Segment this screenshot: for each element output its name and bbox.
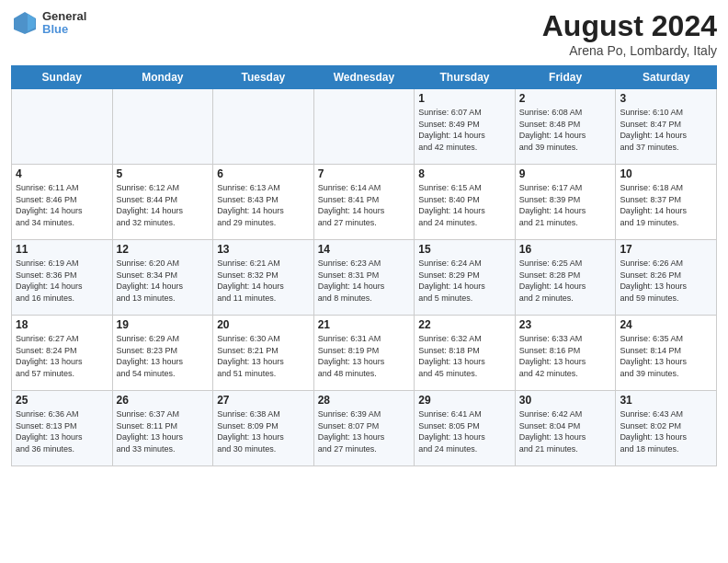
calendar-cell: 7Sunrise: 6:14 AMSunset: 8:41 PMDaylight…	[313, 165, 415, 240]
day-info: Sunrise: 6:12 AMSunset: 8:44 PMDaylight:…	[117, 182, 210, 228]
day-number: 11	[16, 243, 108, 256]
calendar-cell: 27Sunrise: 6:38 AMSunset: 8:09 PMDayligh…	[213, 391, 314, 466]
calendar-cell: 25Sunrise: 6:36 AMSunset: 8:13 PMDayligh…	[12, 391, 113, 466]
day-info: Sunrise: 6:43 AMSunset: 8:02 PMDaylight:…	[620, 408, 712, 454]
calendar-cell: 13Sunrise: 6:21 AMSunset: 8:32 PMDayligh…	[213, 240, 314, 316]
day-number: 29	[418, 394, 511, 407]
weekday-header-tuesday: Tuesday	[213, 66, 314, 89]
day-number: 19	[117, 318, 210, 331]
header: General Blue August 2024 Arena Po, Lomba…	[11, 9, 717, 58]
calendar-cell: 1Sunrise: 6:07 AMSunset: 8:49 PMDaylight…	[415, 89, 516, 165]
day-info: Sunrise: 6:41 AMSunset: 8:05 PMDaylight:…	[418, 408, 511, 454]
day-info: Sunrise: 6:32 AMSunset: 8:18 PMDaylight:…	[418, 333, 511, 379]
calendar-cell: 2Sunrise: 6:08 AMSunset: 8:48 PMDaylight…	[515, 89, 616, 165]
calendar-table: SundayMondayTuesdayWednesdayThursdayFrid…	[11, 65, 717, 466]
day-number: 26	[117, 394, 210, 407]
calendar-cell: 31Sunrise: 6:43 AMSunset: 8:02 PMDayligh…	[616, 391, 717, 466]
day-number: 6	[217, 167, 310, 180]
logo: General Blue	[11, 9, 86, 37]
day-number: 9	[519, 167, 612, 180]
day-info: Sunrise: 6:38 AMSunset: 8:09 PMDaylight:…	[217, 408, 310, 454]
calendar-cell: 24Sunrise: 6:35 AMSunset: 8:14 PMDayligh…	[616, 316, 717, 391]
weekday-header-monday: Monday	[112, 66, 213, 89]
day-number: 21	[318, 318, 411, 331]
calendar-cell: 6Sunrise: 6:13 AMSunset: 8:43 PMDaylight…	[213, 165, 314, 240]
calendar-cell: 18Sunrise: 6:27 AMSunset: 8:24 PMDayligh…	[12, 316, 113, 391]
day-info: Sunrise: 6:24 AMSunset: 8:29 PMDaylight:…	[418, 258, 511, 304]
day-number: 23	[519, 318, 612, 331]
week-row-3: 11Sunrise: 6:19 AMSunset: 8:36 PMDayligh…	[12, 240, 717, 316]
day-info: Sunrise: 6:33 AMSunset: 8:16 PMDaylight:…	[519, 333, 612, 379]
calendar-cell: 29Sunrise: 6:41 AMSunset: 8:05 PMDayligh…	[415, 391, 516, 466]
day-number: 4	[16, 167, 108, 180]
calendar-cell	[112, 89, 213, 165]
day-number: 7	[318, 167, 411, 180]
calendar-cell: 20Sunrise: 6:30 AMSunset: 8:21 PMDayligh…	[213, 316, 314, 391]
day-info: Sunrise: 6:11 AMSunset: 8:46 PMDaylight:…	[16, 182, 108, 228]
day-info: Sunrise: 6:19 AMSunset: 8:36 PMDaylight:…	[16, 258, 108, 304]
calendar-title: August 2024	[542, 9, 717, 43]
day-info: Sunrise: 6:26 AMSunset: 8:26 PMDaylight:…	[620, 258, 712, 304]
day-number: 27	[217, 394, 310, 407]
day-info: Sunrise: 6:15 AMSunset: 8:40 PMDaylight:…	[418, 182, 511, 228]
calendar-cell: 9Sunrise: 6:17 AMSunset: 8:39 PMDaylight…	[515, 165, 616, 240]
calendar-cell: 12Sunrise: 6:20 AMSunset: 8:34 PMDayligh…	[112, 240, 213, 316]
calendar-cell: 5Sunrise: 6:12 AMSunset: 8:44 PMDaylight…	[112, 165, 213, 240]
calendar-cell: 17Sunrise: 6:26 AMSunset: 8:26 PMDayligh…	[616, 240, 717, 316]
calendar-cell: 3Sunrise: 6:10 AMSunset: 8:47 PMDaylight…	[616, 89, 717, 165]
calendar-cell: 19Sunrise: 6:29 AMSunset: 8:23 PMDayligh…	[112, 316, 213, 391]
day-info: Sunrise: 6:30 AMSunset: 8:21 PMDaylight:…	[217, 333, 310, 379]
day-info: Sunrise: 6:13 AMSunset: 8:43 PMDaylight:…	[217, 182, 310, 228]
calendar-cell: 16Sunrise: 6:25 AMSunset: 8:28 PMDayligh…	[515, 240, 616, 316]
day-number: 18	[16, 318, 108, 331]
day-number: 31	[620, 394, 712, 407]
logo-line1: General	[42, 10, 86, 23]
calendar-cell: 22Sunrise: 6:32 AMSunset: 8:18 PMDayligh…	[415, 316, 516, 391]
day-number: 5	[117, 167, 210, 180]
day-info: Sunrise: 6:23 AMSunset: 8:31 PMDaylight:…	[318, 258, 411, 304]
calendar-cell: 10Sunrise: 6:18 AMSunset: 8:37 PMDayligh…	[616, 165, 717, 240]
day-info: Sunrise: 6:08 AMSunset: 8:48 PMDaylight:…	[519, 107, 612, 153]
calendar-cell: 28Sunrise: 6:39 AMSunset: 8:07 PMDayligh…	[313, 391, 415, 466]
day-info: Sunrise: 6:20 AMSunset: 8:34 PMDaylight:…	[117, 258, 210, 304]
day-info: Sunrise: 6:35 AMSunset: 8:14 PMDaylight:…	[620, 333, 712, 379]
day-number: 16	[519, 243, 612, 256]
day-info: Sunrise: 6:29 AMSunset: 8:23 PMDaylight:…	[117, 333, 210, 379]
calendar-cell: 15Sunrise: 6:24 AMSunset: 8:29 PMDayligh…	[415, 240, 516, 316]
calendar-cell: 8Sunrise: 6:15 AMSunset: 8:40 PMDaylight…	[415, 165, 516, 240]
logo-icon	[11, 9, 39, 37]
week-row-2: 4Sunrise: 6:11 AMSunset: 8:46 PMDaylight…	[12, 165, 717, 240]
day-info: Sunrise: 6:18 AMSunset: 8:37 PMDaylight:…	[620, 182, 712, 228]
day-number: 22	[418, 318, 511, 331]
logo-text: General Blue	[42, 10, 86, 37]
day-number: 28	[318, 394, 411, 407]
day-info: Sunrise: 6:27 AMSunset: 8:24 PMDaylight:…	[16, 333, 108, 379]
day-number: 2	[519, 92, 612, 105]
day-number: 12	[117, 243, 210, 256]
week-row-1: 1Sunrise: 6:07 AMSunset: 8:49 PMDaylight…	[12, 89, 717, 165]
day-info: Sunrise: 6:10 AMSunset: 8:47 PMDaylight:…	[620, 107, 712, 153]
calendar-cell: 26Sunrise: 6:37 AMSunset: 8:11 PMDayligh…	[112, 391, 213, 466]
day-number: 24	[620, 318, 712, 331]
day-number: 20	[217, 318, 310, 331]
day-number: 3	[620, 92, 712, 105]
day-info: Sunrise: 6:17 AMSunset: 8:39 PMDaylight:…	[519, 182, 612, 228]
logo-line2: Blue	[42, 23, 86, 36]
calendar-cell: 14Sunrise: 6:23 AMSunset: 8:31 PMDayligh…	[313, 240, 415, 316]
day-info: Sunrise: 6:07 AMSunset: 8:49 PMDaylight:…	[418, 107, 511, 153]
week-row-4: 18Sunrise: 6:27 AMSunset: 8:24 PMDayligh…	[12, 316, 717, 391]
day-number: 8	[418, 167, 511, 180]
weekday-header-sunday: Sunday	[12, 66, 113, 89]
title-block: August 2024 Arena Po, Lombardy, Italy	[542, 9, 717, 58]
day-number: 13	[217, 243, 310, 256]
weekday-header-row: SundayMondayTuesdayWednesdayThursdayFrid…	[12, 66, 717, 89]
calendar-subtitle: Arena Po, Lombardy, Italy	[542, 43, 717, 58]
calendar-cell: 4Sunrise: 6:11 AMSunset: 8:46 PMDaylight…	[12, 165, 113, 240]
day-number: 17	[620, 243, 712, 256]
weekday-header-wednesday: Wednesday	[313, 66, 415, 89]
day-number: 30	[519, 394, 612, 407]
day-info: Sunrise: 6:37 AMSunset: 8:11 PMDaylight:…	[117, 408, 210, 454]
calendar-cell	[12, 89, 113, 165]
day-info: Sunrise: 6:36 AMSunset: 8:13 PMDaylight:…	[16, 408, 108, 454]
day-info: Sunrise: 6:42 AMSunset: 8:04 PMDaylight:…	[519, 408, 612, 454]
